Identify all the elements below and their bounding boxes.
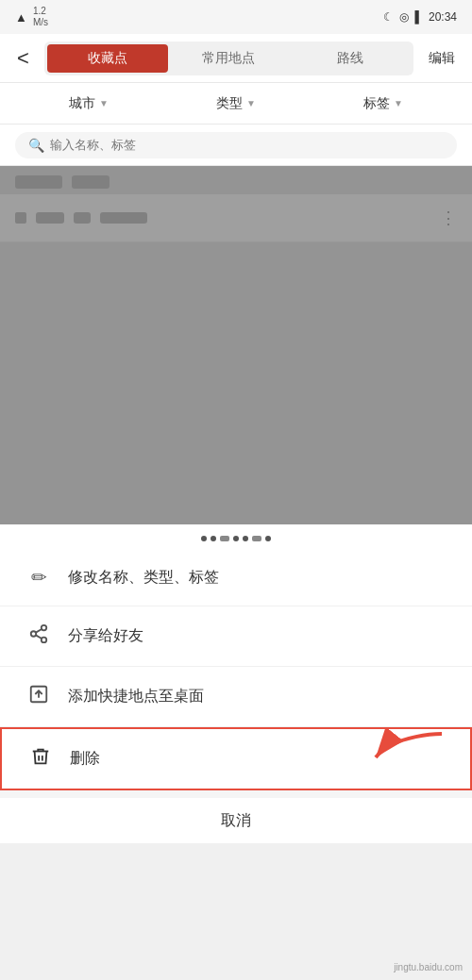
watermark: jingtu.baidu.com: [394, 962, 463, 972]
location-icon: ◎: [399, 10, 409, 24]
menu-share-label: 分享给好友: [68, 626, 143, 646]
back-button[interactable]: <: [11, 42, 35, 75]
type-arrow-icon: ▼: [246, 98, 256, 108]
status-bar: ▲ 1.2M/s ☾ ◎ ▌ 20:34: [0, 0, 472, 34]
signal-icon: ☾: [383, 10, 394, 24]
battery-icon: ▌: [414, 10, 423, 24]
dot-5: [243, 536, 248, 541]
dot-6: [252, 536, 261, 541]
edit-icon: ✏: [26, 566, 51, 589]
edit-button[interactable]: 编辑: [423, 46, 461, 71]
tab-group: 收藏点 常用地点 路线: [44, 42, 413, 75]
search-icon: 🔍: [28, 138, 44, 153]
tab-common-places[interactable]: 常用地点: [168, 44, 289, 73]
content-area: ⋮: [0, 166, 472, 524]
svg-line-4: [36, 629, 42, 633]
search-wrapper[interactable]: 🔍: [15, 132, 457, 158]
time-display: 20:34: [429, 10, 457, 24]
menu-add-shortcut[interactable]: 添加快捷地点至桌面: [0, 667, 472, 727]
filter-type-label: 类型: [216, 95, 243, 112]
dot-7: [265, 536, 271, 541]
delete-icon: [28, 746, 53, 772]
menu-share[interactable]: 分享给好友: [0, 606, 472, 667]
menu-delete[interactable]: 删除: [0, 727, 472, 790]
speed-text: 1.2M/s: [33, 6, 48, 28]
status-left: ▲ 1.2M/s: [15, 6, 48, 28]
shortcut-icon: [26, 684, 51, 709]
filter-city[interactable]: 城市 ▼: [15, 95, 162, 112]
status-right: ☾ ◎ ▌ 20:34: [383, 10, 457, 24]
tab-favorites[interactable]: 收藏点: [47, 44, 168, 73]
filter-tag-label: 标签: [363, 95, 390, 112]
red-arrow: [366, 729, 451, 789]
svg-line-3: [36, 635, 42, 639]
filter-tag[interactable]: 标签 ▼: [310, 95, 457, 112]
filter-type[interactable]: 类型 ▼: [162, 95, 310, 112]
search-input[interactable]: [50, 138, 444, 152]
dot-3: [220, 536, 229, 541]
share-icon: [26, 623, 51, 649]
menu-edit[interactable]: ✏ 修改名称、类型、标签: [0, 549, 472, 606]
top-nav: < 收藏点 常用地点 路线 编辑: [0, 34, 472, 83]
tag-arrow-icon: ▼: [394, 98, 403, 108]
bottom-sheet: ✏ 修改名称、类型、标签 分享给好友 添加快捷地点至桌面 删除: [0, 524, 472, 843]
svg-point-1: [31, 631, 37, 637]
city-arrow-icon: ▼: [99, 98, 109, 108]
cancel-bar[interactable]: 取消: [0, 790, 472, 843]
filter-bar: 城市 ▼ 类型 ▼ 标签 ▼: [0, 83, 472, 125]
dot-1: [201, 536, 207, 541]
cancel-label: 取消: [221, 811, 251, 831]
svg-point-0: [42, 625, 47, 631]
menu-edit-label: 修改名称、类型、标签: [68, 568, 219, 588]
menu-shortcut-label: 添加快捷地点至桌面: [68, 687, 204, 706]
dim-overlay: [0, 166, 472, 524]
dot-4: [233, 536, 239, 541]
svg-point-2: [42, 638, 47, 643]
filter-city-label: 城市: [69, 95, 95, 112]
menu-delete-label: 删除: [70, 749, 100, 769]
wifi-icon: ▲: [15, 10, 27, 25]
tab-routes[interactable]: 路线: [290, 44, 411, 73]
dot-2: [211, 536, 216, 541]
sheet-indicator: [0, 524, 472, 549]
search-bar: 🔍: [0, 125, 472, 166]
